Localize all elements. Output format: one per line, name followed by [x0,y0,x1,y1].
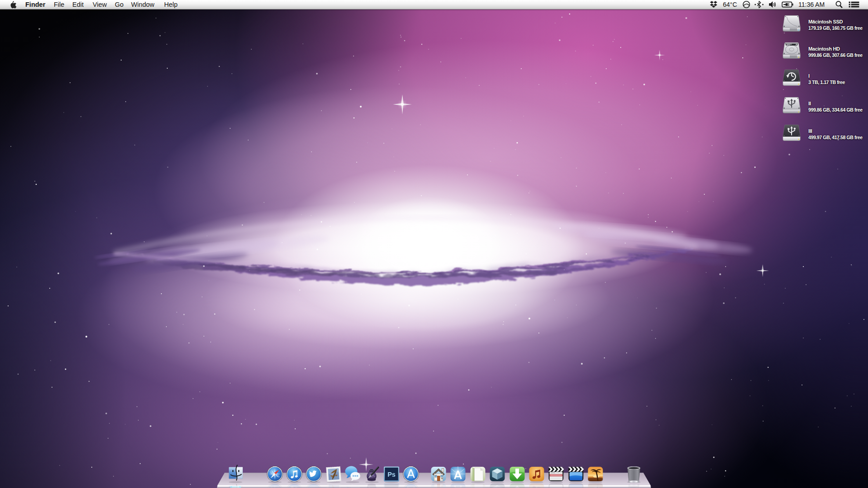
svg-text:Ps: Ps [387,471,396,478]
